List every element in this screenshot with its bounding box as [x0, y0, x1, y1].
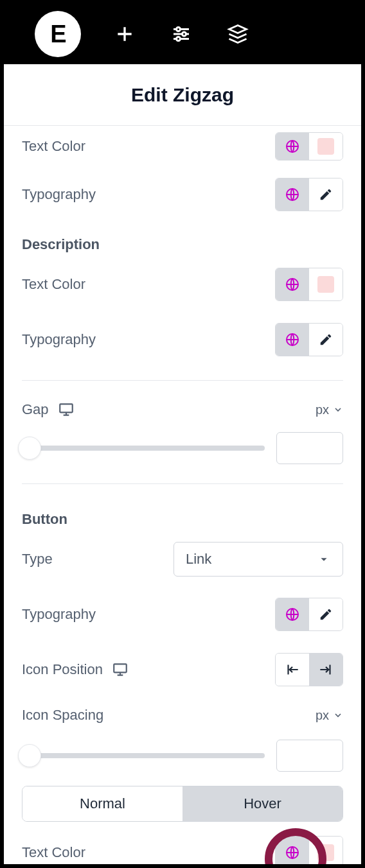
svg-point-0	[177, 28, 181, 31]
icon-spacing-label: Icon Spacing	[22, 707, 316, 724]
text-color-label: Text Color	[22, 844, 275, 861]
add-icon[interactable]	[112, 21, 138, 47]
divider	[22, 380, 343, 381]
icon-spacing-row: Icon Spacing px	[22, 697, 343, 733]
responsive-icon[interactable]	[58, 401, 75, 418]
typography-label: Typography	[22, 331, 275, 348]
panel-title: Edit Zigzag	[4, 64, 361, 126]
global-typography-button[interactable]	[276, 598, 309, 630]
text-color-row-2: Text Color	[22, 257, 343, 312]
unit-selector[interactable]: px	[316, 403, 343, 417]
svg-point-1	[182, 32, 186, 36]
color-control	[275, 836, 343, 864]
unit-selector[interactable]: px	[316, 708, 343, 723]
color-control	[275, 268, 343, 301]
icon-spacing-slider-row	[22, 733, 343, 778]
gap-label: Gap	[22, 401, 49, 418]
typography-label: Typography	[22, 186, 275, 203]
top-bar: E	[4, 4, 361, 64]
icon-position-right[interactable]	[309, 654, 343, 686]
global-color-button[interactable]	[276, 133, 309, 160]
color-swatch-button[interactable]	[309, 133, 343, 160]
typography-label: Typography	[22, 606, 275, 623]
structure-icon[interactable]	[225, 21, 251, 47]
color-control	[275, 132, 343, 161]
typography-row-3: Typography	[22, 587, 343, 642]
responsive-icon[interactable]	[112, 661, 129, 678]
color-swatch	[317, 138, 334, 155]
slider-thumb[interactable]	[18, 437, 41, 460]
edit-typography-button[interactable]	[309, 178, 343, 211]
button-section-header: Button	[22, 497, 343, 532]
text-color-label: Text Color	[22, 138, 275, 155]
color-swatch-button[interactable]	[309, 268, 343, 300]
svg-rect-7	[60, 404, 73, 412]
global-typography-button[interactable]	[276, 178, 309, 211]
icon-position-left[interactable]	[276, 654, 309, 686]
state-tabs: Normal Hover	[22, 786, 343, 822]
color-swatch-button[interactable]	[309, 837, 343, 864]
svg-point-2	[177, 37, 181, 41]
global-color-button[interactable]	[276, 268, 309, 300]
settings-icon[interactable]	[168, 21, 194, 47]
tab-normal[interactable]: Normal	[22, 786, 182, 821]
text-color-row-1: Text Color	[22, 126, 343, 167]
tab-hover[interactable]: Hover	[182, 786, 343, 821]
elementor-logo[interactable]: E	[35, 11, 81, 57]
typography-control	[275, 598, 343, 631]
text-color-label: Text Color	[22, 276, 275, 293]
typography-row-2: Typography	[22, 312, 343, 367]
divider	[22, 483, 343, 484]
type-value: Link	[186, 551, 211, 568]
icon-spacing-value-input[interactable]	[276, 740, 343, 772]
gap-slider[interactable]	[22, 446, 265, 451]
text-color-row-3: Text Color	[22, 822, 343, 864]
icon-position-row: Icon Position	[22, 642, 343, 697]
edit-typography-button[interactable]	[309, 598, 343, 630]
gap-value-input[interactable]	[276, 432, 343, 464]
icon-position-toggle	[275, 653, 343, 686]
global-typography-button[interactable]	[276, 324, 309, 356]
edit-typography-button[interactable]	[309, 324, 343, 356]
typography-control	[275, 323, 343, 356]
svg-rect-9	[114, 664, 127, 672]
gap-slider-row	[22, 426, 343, 471]
type-label: Type	[22, 551, 174, 568]
icon-spacing-slider[interactable]	[22, 753, 265, 758]
color-swatch	[317, 844, 334, 861]
typography-control	[275, 178, 343, 211]
description-section-header: Description	[22, 222, 343, 257]
global-color-button[interactable]	[276, 837, 309, 864]
gap-row: Gap px	[22, 394, 343, 426]
type-select[interactable]: Link	[174, 542, 343, 577]
color-swatch	[317, 276, 334, 293]
icon-position-label: Icon Position	[22, 661, 103, 678]
slider-thumb[interactable]	[18, 744, 41, 767]
type-row: Type Link	[22, 532, 343, 587]
typography-row-1: Typography	[22, 167, 343, 222]
